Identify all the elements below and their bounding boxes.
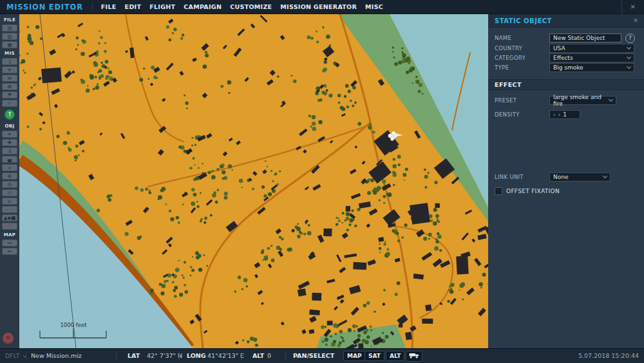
density-stepper[interactable]: ‹ › 1: [549, 110, 580, 119]
add-airplane-button[interactable]: ✈: [2, 131, 17, 138]
briefing-button[interactable]: ▯: [2, 58, 17, 65]
menu-mission-generator[interactable]: MISSION GENERATOR: [280, 3, 357, 10]
toolbar-toggle-button[interactable]: ↑: [5, 109, 15, 120]
layer-button-sat[interactable]: SAT: [365, 351, 384, 361]
add-zone-button[interactable]: ⊙: [2, 189, 17, 196]
map-tree: [293, 80, 295, 82]
window-close-icon[interactable]: ✕: [621, 0, 644, 14]
map-tree: [384, 241, 386, 243]
panel-close-icon[interactable]: ✕: [633, 17, 644, 24]
menu-misc[interactable]: MISC: [365, 3, 383, 10]
map-tree: [370, 326, 372, 328]
type-dropdown[interactable]: Big smoke: [549, 63, 634, 72]
add-helicopter-button[interactable]: ✚: [2, 139, 17, 146]
map-tree: [328, 93, 332, 97]
map-tree: [295, 225, 298, 228]
map-tree: [196, 201, 198, 203]
map-tree: [397, 281, 401, 285]
map-tree: [179, 293, 183, 297]
save-mission-button[interactable]: ▦: [2, 41, 17, 48]
new-mission-button[interactable]: ▤: [2, 24, 17, 32]
map-tree: [184, 261, 186, 264]
map-tree: [224, 196, 228, 200]
type-row: TYPE Big smoke: [488, 63, 644, 73]
map-tree: [372, 190, 374, 192]
preset-dropdown[interactable]: large smoke and fire: [549, 96, 616, 105]
map-tree: [67, 131, 70, 135]
open-mission-button[interactable]: ▥: [2, 33, 17, 40]
show-units-button[interactable]: [406, 351, 422, 362]
category-dropdown[interactable]: Effects: [549, 53, 634, 62]
link-unit-dropdown[interactable]: None: [549, 172, 611, 182]
map-tree: [336, 217, 337, 219]
menu-customize[interactable]: CUSTOMIZE: [230, 3, 272, 10]
map-tree: [325, 326, 327, 328]
mission-check-button[interactable]: ✓: [2, 100, 17, 107]
triggers-button[interactable]: ⚑: [2, 91, 17, 98]
menu-campaign[interactable]: CAMPAIGN: [184, 3, 222, 10]
theme-selector[interactable]: DFLT: [5, 352, 25, 359]
map-svg[interactable]: 1000 feet: [19, 14, 488, 348]
map-tree: [338, 219, 341, 222]
map-tree: [379, 247, 382, 250]
map-tree: [63, 141, 67, 145]
map-tree: [168, 39, 171, 42]
map-tree: [246, 285, 249, 288]
map-tree: [200, 192, 202, 194]
map-tree: [344, 95, 346, 98]
add-group-button[interactable]: ∞: [2, 164, 17, 171]
map-tree: [98, 42, 100, 45]
ruler-icon: ↔: [8, 248, 12, 254]
map-tree: [366, 335, 370, 339]
increment-icon[interactable]: ›: [558, 111, 561, 118]
map-tree: [203, 64, 207, 69]
mission-options-button[interactable]: ✈: [2, 66, 17, 73]
menu-edit[interactable]: EDIT: [125, 3, 142, 10]
map-tree: [450, 285, 452, 288]
map-tree: [368, 126, 372, 129]
chevron-down-icon: [627, 55, 631, 59]
map-tree: [182, 33, 184, 36]
map-tree: [321, 325, 325, 329]
map-tree: [419, 83, 422, 87]
menu-flight[interactable]: FLIGHT: [149, 3, 175, 10]
map-tree: [184, 95, 185, 97]
add-bullseye-button[interactable]: ◎: [2, 181, 17, 188]
mission-goals-button[interactable]: ⊞: [2, 83, 17, 90]
map-tree: [228, 92, 230, 94]
help-icon[interactable]: ?: [625, 33, 635, 43]
density-row: DENSITY ‹ › 1: [488, 110, 644, 120]
map-tree: [330, 335, 332, 337]
map-canvas[interactable]: 1000 feet: [19, 14, 488, 348]
add-ship-button[interactable]: ⚓: [2, 147, 17, 154]
name-input[interactable]: New Static Object: [549, 33, 621, 42]
preset-value: large smoke and fire: [553, 94, 609, 107]
measure-distance-button[interactable]: ↔: [2, 248, 17, 255]
add-vehicle-button[interactable]: ▄: [2, 156, 17, 163]
map-tree: [185, 290, 189, 294]
decrement-icon[interactable]: ‹: [553, 111, 556, 118]
map-tree: [174, 295, 177, 298]
offset-fixation-checkbox[interactable]: [495, 187, 502, 195]
add-static-object-button[interactable]: ⌂: [2, 198, 17, 205]
map-tree: [300, 232, 303, 235]
map-tree: [350, 218, 353, 221]
add-shapes-button[interactable]: ▲◆■: [2, 214, 17, 221]
map-options-button[interactable]: ⊶: [2, 239, 17, 247]
layer-button-map[interactable]: MAP: [343, 351, 366, 361]
exit-button[interactable]: ✕: [3, 333, 14, 344]
country-dropdown[interactable]: USA: [549, 44, 634, 53]
map-tree: [34, 84, 36, 86]
add-template-button[interactable]: ◦◦◦: [2, 206, 17, 213]
add-waypoint-button[interactable]: ⊕: [2, 172, 17, 180]
map-tree: [26, 53, 28, 55]
failures-button[interactable]: ≫: [2, 75, 17, 82]
preset-row: PRESET large smoke and fire: [488, 96, 644, 106]
smoke-base-dot: [388, 139, 390, 141]
map-tree: [341, 222, 343, 223]
menu-file[interactable]: FILE: [101, 3, 117, 10]
map-tree: [231, 169, 232, 171]
map-tree: [190, 275, 192, 277]
delete-object-button[interactable]: ✕: [2, 223, 17, 230]
layer-button-alt[interactable]: ALT: [386, 351, 404, 361]
